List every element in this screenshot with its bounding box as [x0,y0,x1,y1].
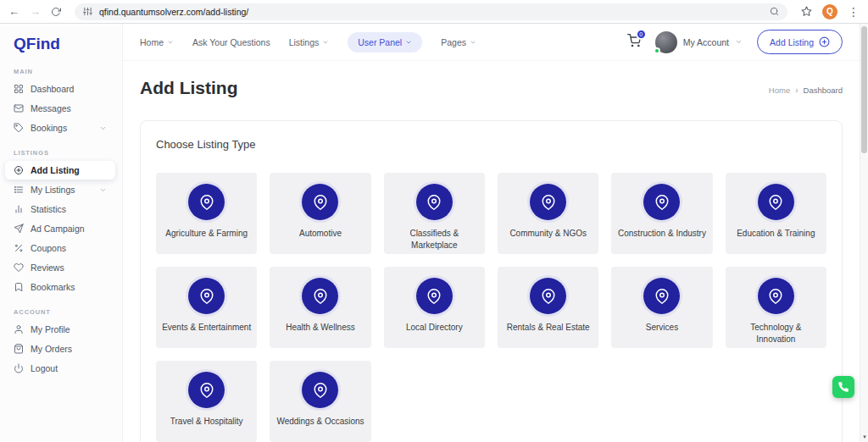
location-pin-icon [302,372,338,408]
nav-item-pages[interactable]: Pages [441,37,476,47]
sidebar-item-ad-campaign[interactable]: Ad Campaign [0,219,115,238]
sidebar-item-messages[interactable]: Messages [0,99,115,118]
sidebar-item-dashboard[interactable]: Dashboard [0,80,115,98]
sidebar-item-my-orders[interactable]: My Orders [0,340,115,358]
nav-item-label: Ask Your Questions [192,37,270,47]
listing-type-education-training[interactable]: Education & Training [726,173,826,254]
sidebar-item-label: My Orders [31,344,72,354]
nav-item-label: Pages [441,37,466,47]
location-pin-icon [530,278,566,314]
listing-type-classifieds-marketplace[interactable]: Classifieds & Marketplace [384,173,485,254]
sidebar-item-add-listing[interactable]: Add Listing [5,161,115,180]
location-pin-icon [416,184,453,220]
sidebar-item-label: Dashboard [31,84,74,94]
plus-circle-icon [819,36,830,47]
nav-item-user-panel[interactable]: User Panel [348,32,422,52]
listing-type-label: Health & Wellness [286,322,355,334]
chevron-down-icon [735,38,743,46]
scrollbar[interactable]: ▾ [860,24,868,442]
listing-type-community-ngos[interactable]: Community & NGOs [498,173,598,254]
listing-type-label: Agriculture & Farming [165,228,248,240]
sidebar-item-my-profile[interactable]: My Profile [0,320,115,339]
user-avatar [655,31,677,53]
location-pin-icon [530,184,566,220]
scrollbar-thumb[interactable] [861,26,867,153]
breadcrumb-home[interactable]: Home [769,86,790,95]
breadcrumb-current: Dashboard [804,86,843,95]
sidebar-item-reviews[interactable]: Reviews [0,258,115,277]
listing-type-automotive[interactable]: Automotive [270,173,370,254]
sidebar-item-statistics[interactable]: Statistics [0,200,115,218]
my-listings-icon [14,185,24,195]
listing-type-health-wellness[interactable]: Health & Wellness [270,267,370,348]
listing-type-rentals-real-estate[interactable]: Rentals & Real Estate [498,267,598,348]
page-content: Add Listing Home › Dashboard Choose List… [123,61,860,442]
listing-type-label: Community & NGOs [509,228,587,240]
listing-type-label: Classifieds & Marketplace [389,228,479,251]
sidebar-item-bookings[interactable]: Bookings [0,119,115,137]
listing-type-construction-industry[interactable]: Construction & Industry [611,173,712,254]
breadcrumb: Home › Dashboard [769,86,843,95]
add-listing-button[interactable]: Add Listing [757,30,843,54]
listing-type-local-directory[interactable]: Local Directory [384,267,485,348]
refresh-icon[interactable] [51,7,61,17]
nav-item-listings[interactable]: Listings [289,37,330,47]
address-bar[interactable]: qfind.quantumsolverz.com/add-listing/ [75,3,787,20]
back-icon[interactable]: ← [8,6,19,17]
dashboard-icon [14,84,24,94]
my-account-menu[interactable]: My Account [655,31,743,53]
location-pin-icon [302,278,338,314]
messages-icon [14,103,24,113]
nav-item-home[interactable]: Home [140,37,174,47]
chevron-down-icon [167,39,174,46]
sidebar-item-label: My Profile [31,324,70,334]
nav-item-label: Listings [289,37,320,47]
sidebar-item-coupons[interactable]: Coupons [0,239,115,257]
choose-listing-type-card: Choose Listing Type Agriculture & Farmin… [140,120,843,442]
zoom-icon[interactable] [770,7,779,16]
bookmark-star-icon[interactable] [801,6,812,17]
cart-button[interactable]: 0 [627,34,641,51]
reviews-icon [14,262,24,273]
listing-type-label: Education & Training [737,228,815,240]
listing-type-weddings-occasions[interactable]: Weddings & Occasions [270,361,370,442]
sidebar-section-label: ACCOUNT [0,297,122,319]
sidebar-item-bookmarks[interactable]: Bookmarks [0,278,115,296]
listing-type-label: Automotive [299,228,342,240]
nav-item-ask-your-questions[interactable]: Ask Your Questions [192,37,270,47]
ad-campaign-icon [14,224,24,234]
location-pin-icon [416,278,453,314]
sidebar-section-label: LISTINGS [0,138,122,160]
online-status-dot [654,47,660,54]
listing-type-label: Weddings & Occasions [276,416,364,428]
scroll-down-arrow[interactable]: ▾ [860,433,868,441]
sidebar-item-logout[interactable]: Logout [0,359,115,378]
location-pin-icon [188,278,225,314]
listing-type-label: Construction & Industry [618,228,706,240]
whatsapp-button[interactable] [832,376,854,398]
app-logo[interactable]: QFind [0,24,122,57]
page-title: Add Listing [140,78,237,98]
sidebar-item-label: My Listings [31,185,75,195]
coupons-icon [14,243,24,253]
listing-type-agriculture-farming[interactable]: Agriculture & Farming [156,173,257,254]
listing-type-travel-hospitality[interactable]: Travel & Hospitality [156,361,257,442]
my-account-label: My Account [683,37,729,47]
browser-profile-avatar[interactable]: Q [822,4,837,19]
browser-menu-icon[interactable]: ⋮ [848,6,860,18]
breadcrumb-separator: › [795,86,798,95]
card-title: Choose Listing Type [156,138,826,151]
my-orders-icon [14,344,24,354]
bookings-icon [14,123,24,133]
listing-type-technology-innovation[interactable]: Technology & Innovation [726,267,826,348]
listing-type-events-entertainment[interactable]: Events & Entertainment [156,267,257,348]
logout-icon [14,363,24,373]
listing-type-services[interactable]: Services [611,267,712,348]
chevron-down-icon [470,39,476,46]
location-pin-icon [758,184,794,220]
sidebar-item-label: Reviews [31,262,64,273]
forward-icon[interactable]: → [30,6,41,17]
sidebar-item-my-listings[interactable]: My Listings [0,180,115,199]
site-info-icon[interactable] [83,7,92,16]
listing-type-label: Rentals & Real Estate [507,322,590,334]
